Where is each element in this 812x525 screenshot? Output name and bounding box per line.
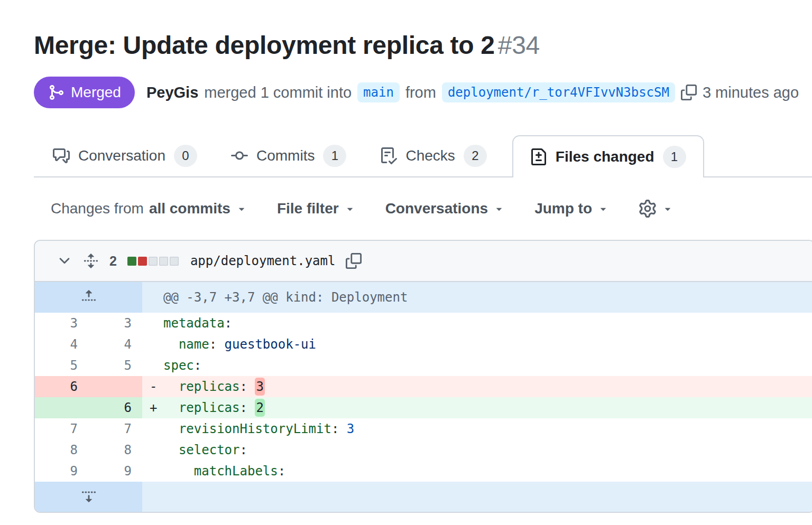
tab-label: Commits <box>256 147 315 164</box>
diffstat-neutral-block <box>170 257 179 266</box>
old-line-number[interactable]: 7 <box>35 418 88 439</box>
old-line-number[interactable]: 3 <box>35 313 88 334</box>
old-line-number[interactable]: 9 <box>35 461 88 482</box>
old-line-number[interactable]: 6 <box>35 376 88 397</box>
diff-hunk-row: @@ -3,7 +3,7 @@ kind: Deployment <box>35 282 812 313</box>
copy-branch-button[interactable] <box>681 85 697 100</box>
copy-file-path-button[interactable] <box>346 253 362 269</box>
old-line-number[interactable]: 5 <box>35 355 88 376</box>
conversations-label: Conversations <box>385 200 488 217</box>
diff-deletion-row: 6- replicas: 3 <box>35 376 812 397</box>
code-line: revisionHistoryLimit: 3 <box>142 418 812 439</box>
pr-tab-bar: Conversation 0 Commits 1 Checks 2 Files … <box>34 135 812 177</box>
pr-title-text: Merge: Update deployment replica to 2 <box>34 31 495 59</box>
old-line-number[interactable]: 4 <box>35 334 88 355</box>
new-line-number[interactable]: 4 <box>88 334 142 355</box>
changes-from-label: Changes from <box>51 200 144 217</box>
unfold-icon <box>83 253 99 269</box>
diff-context-row: 55spec: <box>35 355 812 376</box>
diffstat-blocks <box>127 257 179 266</box>
jump-to-label: Jump to <box>534 200 592 217</box>
tab-files-changed[interactable]: Files changed 1 <box>512 135 704 177</box>
copy-icon <box>681 85 697 100</box>
diff-addition-row: 6+ replicas: 2 <box>35 397 812 418</box>
gear-icon <box>639 200 657 218</box>
expand-up-button[interactable] <box>35 282 142 313</box>
new-line-number[interactable] <box>88 376 142 397</box>
diffstat-neutral-block <box>149 257 158 266</box>
diffstat-neutral-block <box>159 257 168 266</box>
changed-lines-count: 2 <box>109 254 117 269</box>
collapse-file-button[interactable] <box>57 253 72 269</box>
new-line-number[interactable]: 8 <box>88 439 142 461</box>
byline-text: PeyGis merged 1 commit into main from de… <box>146 82 799 102</box>
expand-down-button[interactable] <box>35 482 142 512</box>
fold-down-icon <box>81 488 97 504</box>
diff-settings-dropdown[interactable] <box>639 200 673 218</box>
tab-label: Conversation <box>78 147 165 164</box>
tab-commits[interactable]: Commits 1 <box>223 135 355 176</box>
diff-context-row: 44 name: guestbook-ui <box>35 334 812 355</box>
tab-conversation[interactable]: Conversation 0 <box>44 135 206 176</box>
code-line: spec: <box>142 355 812 376</box>
changes-from-dropdown[interactable]: Changes from all commits <box>51 200 247 217</box>
triangle-down-icon <box>662 203 673 214</box>
diff-context-row: 33metadata: <box>35 313 812 334</box>
file-filter-label: File filter <box>277 200 339 217</box>
code-line: + replicas: 2 <box>142 397 812 418</box>
file-path: app/deployment.yaml <box>190 254 336 268</box>
new-line-number[interactable]: 9 <box>88 461 142 482</box>
checklist-icon <box>380 147 397 164</box>
diff-expand-row <box>35 482 812 512</box>
file-filter-dropdown[interactable]: File filter <box>277 200 356 217</box>
tab-checks[interactable]: Checks 2 <box>372 135 495 176</box>
pr-state-badge: Merged <box>34 77 135 108</box>
tab-counter: 1 <box>323 145 346 167</box>
code-line: - replicas: 3 <box>142 376 812 397</box>
triangle-down-icon <box>236 203 247 214</box>
new-line-number[interactable]: 5 <box>88 355 142 376</box>
triangle-down-icon <box>493 203 505 214</box>
jump-to-dropdown[interactable]: Jump to <box>534 200 609 217</box>
old-line-number[interactable] <box>35 397 88 418</box>
fold-up-icon <box>81 288 97 304</box>
tab-label: Checks <box>405 147 455 164</box>
tab-counter: 0 <box>174 145 197 167</box>
new-line-number[interactable]: 6 <box>88 397 142 418</box>
git-commit-icon <box>231 147 248 164</box>
file-diff-icon <box>530 148 547 165</box>
expand-row-spacer <box>142 482 812 512</box>
diff-context-row: 99 matchLabels: <box>35 461 812 482</box>
expand-hunks-button[interactable] <box>83 253 99 269</box>
code-line: metadata: <box>142 313 812 334</box>
tab-label: Files changed <box>556 148 654 165</box>
diff-file-header: 2 app/deployment.yaml <box>35 241 812 282</box>
from-text: from <box>405 84 436 101</box>
code-line: name: guestbook-ui <box>142 334 812 355</box>
conversations-dropdown[interactable]: Conversations <box>385 200 505 217</box>
merge-action-text: merged 1 commit into <box>204 84 352 101</box>
head-branch-ref: deployment/r_tor4VFIvvN3bscSM <box>442 82 675 102</box>
triangle-down-icon <box>597 203 609 214</box>
tab-counter: 1 <box>663 146 686 168</box>
diff-context-row: 77 revisionHistoryLimit: 3 <box>35 418 812 439</box>
git-merge-icon <box>48 84 64 101</box>
pr-byline: Merged PeyGis merged 1 commit into main … <box>34 76 812 109</box>
comment-discussion-icon <box>53 147 70 164</box>
diff-file-card: 2 app/deployment.yaml @@ -3,7 +3,7 @@ ki… <box>34 240 812 513</box>
new-line-number[interactable]: 3 <box>88 313 142 334</box>
diffstat-deletion-block <box>138 257 147 266</box>
hunk-header-text: @@ -3,7 +3,7 @@ kind: Deployment <box>142 282 812 313</box>
code-line: selector: <box>142 439 812 461</box>
diff-toolbar: Changes from all commits File filter Con… <box>51 200 812 218</box>
diff-context-row: 88 selector: <box>35 439 812 461</box>
diffstat-addition-block <box>127 257 136 266</box>
merged-timestamp: 3 minutes ago <box>703 84 799 101</box>
changes-from-value: all commits <box>149 200 230 217</box>
chevron-down-icon <box>57 253 72 269</box>
diff-sign: + <box>150 400 163 415</box>
new-line-number[interactable]: 7 <box>88 418 142 439</box>
pull-request-page: Merge: Update deployment replica to 2#34… <box>0 0 812 513</box>
old-line-number[interactable]: 8 <box>35 439 88 461</box>
author-link[interactable]: PeyGis <box>146 84 198 101</box>
